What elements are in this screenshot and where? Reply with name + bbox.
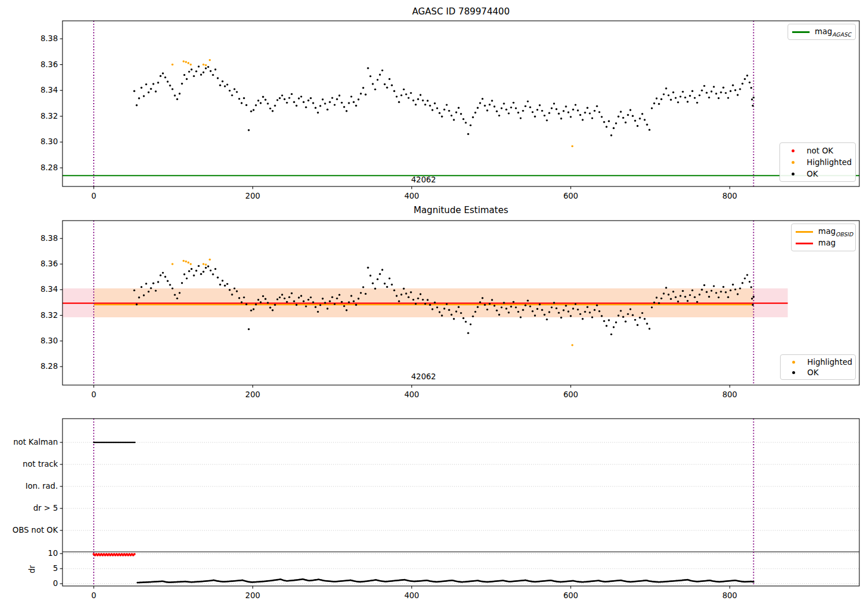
dr-tick-label: 10 [0,548,58,558]
y-tick-label: 8.32 [0,111,58,121]
flag-category-label: Ion. rad. [0,481,58,491]
y-tick-label: 8.38 [0,233,58,243]
legend-label-ok-mid: OK [807,368,818,377]
flag-category-label: dr > 5 [0,503,58,513]
x-tick-label: 400 [395,390,429,400]
x-tick-label: 0 [76,191,111,201]
y-tick-label: 8.30 [0,137,58,146]
legend-entry-mag: mag [795,238,852,249]
x-tick-label: 200 [236,591,270,600]
legend-label-highlighted: Highlighted [807,158,852,167]
legend-entry-ok: OK [784,169,852,178]
not-ok-marker-sample [792,149,795,152]
highlighted-marker-sample [792,161,795,164]
x-tick-label: 600 [553,191,588,201]
x-tick-label: 400 [395,191,429,201]
middle-panel-title: Magnitude Estimates [62,205,859,216]
x-tick-label: 400 [395,591,429,600]
obsid-label-middle: 42062 [400,372,447,381]
obsid-label-top: 42062 [400,175,447,184]
mag-obsid-line-sample [796,231,813,233]
legend-label-not-ok: not OK [807,146,833,155]
mag-line-sample [796,243,813,244]
top-panel-scatter [133,59,755,147]
y-tick-label: 8.28 [0,163,58,173]
highlighted-marker-sample [792,361,795,364]
legend-entry-mag-obsid: magOBSID [795,226,852,237]
figure: AGASC ID 789974400 Magnitude Estimates 4… [0,0,868,608]
flag-category-label: not track [0,459,58,469]
y-tick-label: 8.36 [0,259,58,269]
legend-entry-highlighted: Highlighted [784,158,852,167]
legend-label-highlighted-mid: Highlighted [807,357,852,367]
legend-label-mag-agasc: magAGASC [815,27,851,38]
x-tick-label: 0 [76,591,111,600]
y-tick-label: 8.32 [0,310,58,320]
flags-gridlines [62,442,859,584]
x-tick-label: 600 [553,390,588,400]
legend-entry-not-ok: not OK [784,146,852,155]
x-tick-label: 0 [76,390,111,400]
flag-category-label: not Kalman [0,437,58,447]
ok-marker-sample [792,371,795,374]
legend-mag-lines: magOBSID mag [791,224,856,251]
x-tick-label: 800 [712,591,747,600]
mag-agasc-line-sample [792,31,810,33]
flag-markers [93,442,136,444]
y-tick-label: 8.34 [0,284,58,294]
legend-label-mag-obsid: magOBSID [818,226,853,237]
plot-canvas [0,0,868,608]
y-tick-label: 8.34 [0,85,58,95]
legend-marker-status-top: not OK Highlighted OK [779,142,856,182]
legend-mag-agasc: magAGASC [788,24,856,40]
flag-category-label: OBS not OK [0,525,58,535]
dr-tick-label: 0 [0,578,58,588]
legend-entry-ok-mid: OK [784,368,852,377]
x-tick-label: 200 [236,390,270,400]
legend-label-mag: mag [818,238,836,249]
x-tick-label: 800 [712,191,747,201]
legend-label-ok: OK [807,169,818,178]
dr-scatter [137,578,755,584]
y-tick-label: 8.28 [0,361,58,371]
legend-entry-mag-agasc: magAGASC [792,27,852,38]
x-tick-label: 800 [712,390,747,400]
y-tick-label: 8.36 [0,60,58,69]
dr-tick-label: 5 [0,563,58,573]
y-tick-label: 8.30 [0,336,58,346]
x-tick-label: 200 [236,191,270,201]
dr-clipped-markers [93,553,135,556]
ok-marker-sample [792,173,795,175]
x-tick-label: 600 [553,591,588,600]
legend-marker-status-middle: Highlighted OK [780,354,856,380]
y-tick-label: 8.38 [0,34,58,43]
top-panel-title: AGASC ID 789974400 [62,6,859,17]
legend-entry-highlighted-mid: Highlighted [784,357,852,367]
